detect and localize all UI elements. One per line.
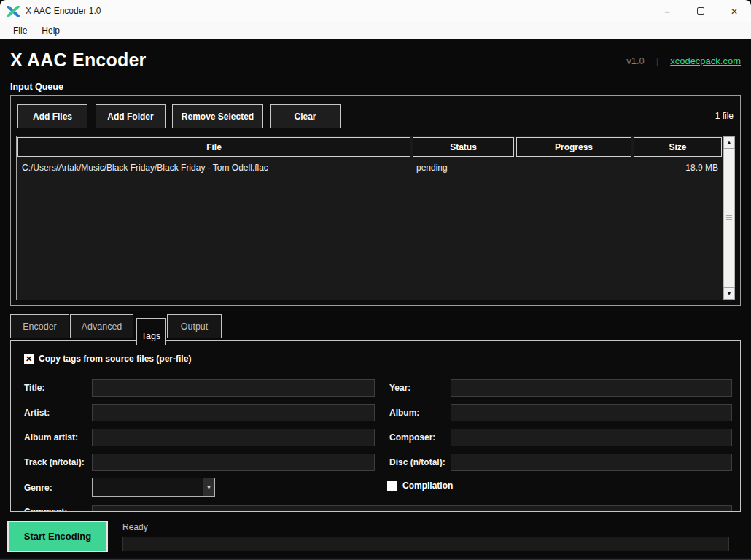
scroll-up-icon[interactable] bbox=[723, 136, 735, 149]
disc-field[interactable] bbox=[451, 454, 732, 471]
tab-tags[interactable]: Tags bbox=[136, 318, 166, 345]
composer-field[interactable] bbox=[451, 429, 732, 446]
cell-file-path: C:/Users/Artak/Music/Black Friday/Black … bbox=[17, 163, 413, 173]
copy-tags-row: Copy tags from source files (per-file) bbox=[24, 354, 191, 364]
app-window: X AAC Encoder 1.0 File Help X AAC Encode… bbox=[0, 0, 751, 560]
minimize-icon bbox=[664, 6, 669, 17]
add-folder-button[interactable]: Add Folder bbox=[96, 104, 166, 128]
clear-button[interactable]: Clear bbox=[270, 104, 341, 128]
scroll-down-icon[interactable] bbox=[723, 287, 735, 300]
title-field[interactable] bbox=[92, 379, 375, 397]
album-field[interactable] bbox=[451, 404, 732, 421]
track-label: Track (n/total): bbox=[24, 457, 85, 467]
album-artist-field[interactable] bbox=[92, 429, 375, 446]
maximize-icon bbox=[697, 7, 704, 15]
copy-tags-checkbox[interactable] bbox=[24, 354, 34, 364]
genre-label: Genre: bbox=[24, 483, 52, 493]
column-header-status[interactable]: Status bbox=[413, 137, 514, 157]
input-queue-label: Input Queue bbox=[10, 82, 63, 92]
disc-label: Disc (n/total): bbox=[389, 457, 445, 467]
album-artist-label: Album artist: bbox=[24, 432, 78, 443]
tab-encoder[interactable]: Encoder bbox=[10, 314, 69, 338]
menu-file[interactable]: File bbox=[6, 22, 34, 39]
menubar: File Help bbox=[0, 22, 751, 39]
column-header-size[interactable]: Size bbox=[634, 137, 722, 157]
window-title: X AAC Encoder 1.0 bbox=[26, 6, 101, 16]
header-separator: | bbox=[656, 55, 658, 66]
year-field[interactable] bbox=[451, 379, 732, 397]
cell-status: pending bbox=[413, 163, 516, 173]
header-meta: v1.0 | xcodecpack.com bbox=[626, 55, 741, 66]
table-scrollbar[interactable] bbox=[723, 136, 734, 300]
table-header-row: File Status Progress Size bbox=[17, 137, 722, 157]
table-row[interactable]: C:/Users/Artak/Music/Black Friday/Black … bbox=[17, 158, 722, 176]
remove-selected-button[interactable]: Remove Selected bbox=[172, 104, 263, 128]
app-logo-icon bbox=[7, 6, 20, 17]
genre-dropdown-icon[interactable] bbox=[203, 478, 215, 497]
compilation-label: Compilation bbox=[402, 481, 453, 491]
comment-label: Comment: bbox=[24, 507, 67, 512]
window-controls bbox=[650, 0, 751, 22]
column-header-file[interactable]: File bbox=[17, 137, 410, 157]
start-encoding-button[interactable]: Start Encoding bbox=[7, 521, 108, 552]
page-title: X AAC Encoder bbox=[10, 50, 146, 71]
close-icon bbox=[731, 6, 738, 17]
scrollbar-thumb[interactable] bbox=[723, 149, 735, 287]
queue-table: File Status Progress Size C:/Users/Artak… bbox=[16, 136, 735, 300]
add-files-button[interactable]: Add Files bbox=[17, 104, 87, 128]
comment-field[interactable] bbox=[92, 505, 732, 512]
copy-tags-label: Copy tags from source files (per-file) bbox=[39, 354, 191, 364]
composer-label: Composer: bbox=[389, 432, 435, 443]
file-count-label: 1 file bbox=[715, 111, 734, 121]
encoding-progressbar bbox=[122, 537, 729, 551]
title-label: Title: bbox=[24, 383, 44, 393]
cell-size: 18.9 MB bbox=[634, 163, 722, 173]
track-field[interactable] bbox=[92, 454, 375, 471]
compilation-checkbox[interactable] bbox=[387, 481, 397, 491]
tab-output[interactable]: Output bbox=[167, 314, 222, 338]
year-label: Year: bbox=[389, 383, 410, 393]
minimize-button[interactable] bbox=[650, 0, 684, 22]
artist-label: Artist: bbox=[24, 408, 50, 418]
version-label: v1.0 bbox=[626, 55, 645, 66]
tab-advanced[interactable]: Advanced bbox=[70, 314, 133, 338]
titlebar: X AAC Encoder 1.0 bbox=[0, 0, 751, 22]
scrollbar-grip bbox=[726, 215, 732, 220]
album-label: Album: bbox=[389, 408, 419, 418]
menu-help[interactable]: Help bbox=[34, 22, 67, 39]
maximize-button[interactable] bbox=[684, 0, 717, 22]
close-button[interactable] bbox=[717, 0, 751, 22]
tags-panel: Copy tags from source files (per-file) T… bbox=[10, 340, 741, 512]
genre-combobox[interactable] bbox=[92, 478, 203, 497]
artist-field[interactable] bbox=[92, 404, 375, 421]
column-header-progress[interactable]: Progress bbox=[516, 137, 631, 157]
compilation-row: Compilation bbox=[387, 481, 453, 491]
status-label: Ready bbox=[122, 522, 148, 532]
website-link[interactable]: xcodecpack.com bbox=[670, 55, 741, 66]
